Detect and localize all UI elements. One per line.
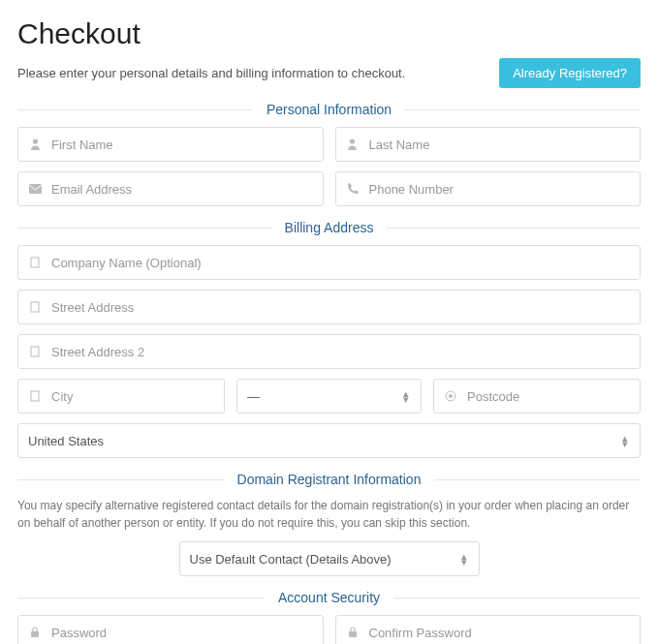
- chevron-updown-icon: ▴▾: [622, 435, 632, 446]
- password-input[interactable]: [51, 616, 323, 644]
- svg-point-14: [449, 394, 453, 398]
- street2-field[interactable]: [17, 334, 641, 369]
- building-icon: [18, 390, 51, 402]
- section-account-security: Account Security: [17, 590, 641, 605]
- street1-field[interactable]: [17, 290, 641, 324]
- svg-rect-16: [349, 631, 357, 637]
- section-billing: Billing Address: [17, 220, 641, 235]
- building-icon: [18, 301, 51, 313]
- chevron-updown-icon: ▴▾: [403, 390, 413, 402]
- email-input[interactable]: [51, 172, 323, 205]
- company-field[interactable]: [17, 245, 641, 280]
- svg-point-0: [32, 138, 37, 143]
- phone-field[interactable]: [335, 171, 642, 206]
- svg-rect-12: [31, 391, 39, 401]
- city-field[interactable]: [17, 379, 225, 414]
- lock-icon: [18, 627, 51, 638]
- svg-rect-15: [31, 631, 39, 637]
- city-input[interactable]: [51, 380, 224, 413]
- postcode-field[interactable]: [433, 379, 641, 414]
- lock-icon: [336, 627, 369, 638]
- confirm-password-input[interactable]: [369, 616, 641, 644]
- phone-icon: [336, 183, 369, 195]
- street1-input[interactable]: [51, 291, 640, 323]
- country-select[interactable]: United States ▴▾: [17, 423, 641, 458]
- already-registered-button[interactable]: Already Registered?: [499, 58, 641, 88]
- svg-point-1: [350, 138, 355, 143]
- user-icon: [18, 138, 51, 150]
- certificate-icon: [434, 390, 467, 402]
- page-subtitle: Please enter your personal details and b…: [17, 66, 405, 80]
- registrant-contact-select[interactable]: Use Default Contact (Details Above) ▴▾: [179, 541, 480, 576]
- last-name-field[interactable]: [335, 127, 642, 162]
- domain-registrant-help: You may specify alternative registered c…: [17, 497, 641, 532]
- envelope-icon: [18, 184, 51, 194]
- street2-input[interactable]: [51, 335, 640, 368]
- postcode-input[interactable]: [467, 380, 640, 413]
- company-input[interactable]: [51, 246, 640, 279]
- svg-rect-2: [29, 184, 42, 194]
- state-select[interactable]: — ▴▾: [236, 379, 422, 414]
- confirm-password-field[interactable]: [335, 615, 642, 644]
- first-name-field[interactable]: [17, 127, 324, 162]
- section-domain-registrant: Domain Registrant Information: [17, 472, 641, 487]
- last-name-input[interactable]: [369, 128, 641, 161]
- user-icon: [336, 138, 369, 150]
- svg-rect-3: [31, 258, 39, 267]
- svg-rect-11: [31, 347, 39, 356]
- section-personal: Personal Information: [17, 102, 641, 117]
- password-field[interactable]: [17, 615, 324, 644]
- first-name-input[interactable]: [51, 128, 323, 161]
- chevron-updown-icon: ▴▾: [461, 553, 471, 565]
- building-icon: [18, 257, 51, 268]
- email-field[interactable]: [17, 171, 324, 206]
- phone-input[interactable]: [369, 172, 641, 205]
- svg-rect-10: [31, 302, 39, 312]
- page-title: Checkout: [17, 17, 641, 50]
- building-icon: [18, 346, 51, 357]
